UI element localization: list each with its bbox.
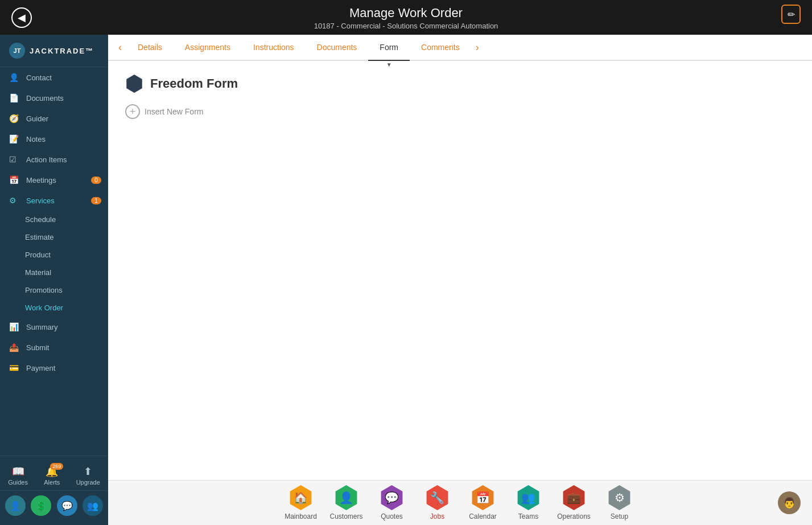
user-avatar[interactable]: 👨 xyxy=(778,491,801,514)
tab-next-arrow[interactable]: › xyxy=(471,37,484,58)
meetings-icon: 📅 xyxy=(9,175,20,184)
calendar-hex: 📅 xyxy=(471,485,496,510)
payment-icon: 💳 xyxy=(9,363,20,372)
action-items-icon: ☑ xyxy=(9,155,20,164)
documents-icon: 📄 xyxy=(9,93,20,102)
tab-prev-arrow[interactable]: ‹ xyxy=(114,37,126,58)
content-area: ‹ Details Assignments Instructions Docum… xyxy=(108,35,812,525)
person-icon-btn[interactable]: 👤 xyxy=(5,495,26,516)
sidebar-logo: JT JACKTRADE™ xyxy=(0,35,108,67)
sidebar-item-payment[interactable]: 💳 Payment xyxy=(0,358,108,378)
nav-quotes[interactable]: 💬 Quotes xyxy=(372,485,412,520)
upgrade-button[interactable]: ⬆ Upgrade xyxy=(76,465,100,486)
bottom-nav: 🏠 Mainboard 👤 Customers 💬 Quotes 🔧 Jobs … xyxy=(108,480,812,525)
sidebar-subitem-material[interactable]: Material xyxy=(0,264,108,281)
setup-hex: ⚙ xyxy=(607,485,632,510)
meetings-badge: 0 xyxy=(91,177,101,184)
plus-circle-icon: + xyxy=(125,104,140,119)
sidebar: JT JACKTRADE™ 👤 Contact 📄 Documents 🧭 Gu… xyxy=(0,35,108,525)
upgrade-icon: ⬆ xyxy=(84,465,92,478)
alerts-button[interactable]: 🔔 269 Alerts xyxy=(44,465,60,486)
sidebar-item-guider[interactable]: 🧭 Guider xyxy=(0,108,108,129)
bottom-nav-items: 🏠 Mainboard 👤 Customers 💬 Quotes 🔧 Jobs … xyxy=(108,485,812,520)
guides-button[interactable]: 📖 Guides xyxy=(8,465,28,486)
nav-operations[interactable]: 💼 Operations xyxy=(554,485,594,520)
nav-customers[interactable]: 👤 Customers xyxy=(327,485,366,520)
customers-hex: 👤 xyxy=(334,485,359,510)
edit-icon-button[interactable]: ✏ xyxy=(781,5,801,24)
form-title-row: Freedom Form xyxy=(125,75,795,93)
top-header: ◀ Manage Work Order 10187 - Commercial -… xyxy=(0,0,812,35)
nav-setup[interactable]: ⚙ Setup xyxy=(600,485,640,520)
tab-documents[interactable]: Documents xyxy=(306,35,369,60)
tab-form[interactable]: Form xyxy=(368,35,410,60)
tab-details[interactable]: Details xyxy=(126,35,174,60)
tab-instructions[interactable]: Instructions xyxy=(242,35,306,60)
sidebar-subitem-promotions[interactable]: Promotions xyxy=(0,281,108,299)
tab-comments[interactable]: Comments xyxy=(410,35,471,60)
sidebar-navigation: 👤 Contact 📄 Documents 🧭 Guider 📝 Notes ☑… xyxy=(0,67,108,456)
logo-icon: JT xyxy=(9,43,25,59)
main-content: Freedom Form + Insert New Form xyxy=(108,61,812,480)
teams-hex: 👥 xyxy=(516,485,541,510)
notes-icon: 📝 xyxy=(9,134,20,143)
summary-icon: 📊 xyxy=(9,322,20,331)
tab-assignments[interactable]: Assignments xyxy=(174,35,242,60)
nav-calendar[interactable]: 📅 Calendar xyxy=(463,485,503,520)
form-title: Freedom Form xyxy=(150,76,238,91)
back-button[interactable]: ◀ xyxy=(11,7,32,28)
sidebar-subitem-schedule[interactable]: Schedule xyxy=(0,211,108,228)
sidebar-item-documents[interactable]: 📄 Documents xyxy=(0,88,108,108)
sidebar-item-action-items[interactable]: ☑ Action Items xyxy=(0,149,108,170)
sidebar-item-meetings[interactable]: 📅 Meetings 0 xyxy=(0,170,108,190)
guides-icon: 📖 xyxy=(12,465,24,478)
nav-teams[interactable]: 👥 Teams xyxy=(509,485,549,520)
sidebar-item-summary[interactable]: 📊 Summary xyxy=(0,317,108,337)
jobs-hex: 🔧 xyxy=(425,485,450,510)
services-icon: ⚙ xyxy=(9,196,20,205)
sidebar-item-submit[interactable]: 📤 Submit xyxy=(0,337,108,358)
tabs-bar: ‹ Details Assignments Instructions Docum… xyxy=(108,35,812,61)
insert-form-label: Insert New Form xyxy=(145,107,203,116)
nav-mainboard[interactable]: 🏠 Mainboard xyxy=(281,485,321,520)
group-icon-btn[interactable]: 👥 xyxy=(83,495,103,516)
nav-jobs[interactable]: 🔧 Jobs xyxy=(418,485,457,520)
guider-icon: 🧭 xyxy=(9,114,20,123)
logo-text: JACKTRADE™ xyxy=(30,47,94,55)
sidebar-subitem-work-order[interactable]: Work Order xyxy=(0,299,108,317)
sidebar-bottom-row: 📖 Guides 🔔 269 Alerts ⬆ Upgrade xyxy=(0,461,108,490)
insert-form-button[interactable]: + Insert New Form xyxy=(125,104,795,119)
sidebar-subitem-estimate[interactable]: Estimate xyxy=(0,228,108,246)
contact-icon: 👤 xyxy=(9,73,20,82)
operations-hex: 💼 xyxy=(562,485,587,510)
quotes-hex: 💬 xyxy=(380,485,405,510)
sidebar-item-contact[interactable]: 👤 Contact xyxy=(0,67,108,88)
mainboard-hex: 🏠 xyxy=(288,485,314,510)
sidebar-subitem-product[interactable]: Product xyxy=(0,246,108,264)
alerts-badge: 269 xyxy=(50,463,63,470)
dollar-icon-btn[interactable]: 💲 xyxy=(31,495,51,516)
services-badge: 1 xyxy=(91,197,101,204)
chat-icon-btn[interactable]: 💬 xyxy=(57,495,77,516)
sidebar-item-services[interactable]: ⚙ Services 1 xyxy=(0,190,108,211)
sidebar-bottom: 📖 Guides 🔔 269 Alerts ⬆ Upgrade 👤 💲 💬 👥 xyxy=(0,456,108,525)
page-title: Manage Work Order xyxy=(0,6,812,20)
form-hex-icon xyxy=(125,75,143,93)
sidebar-item-notes[interactable]: 📝 Notes xyxy=(0,129,108,149)
submit-icon: 📤 xyxy=(9,343,20,352)
page-subtitle: 10187 - Commercial - Solutions Commercia… xyxy=(0,22,812,30)
sidebar-icons-row: 👤 💲 💬 👥 xyxy=(0,490,108,520)
